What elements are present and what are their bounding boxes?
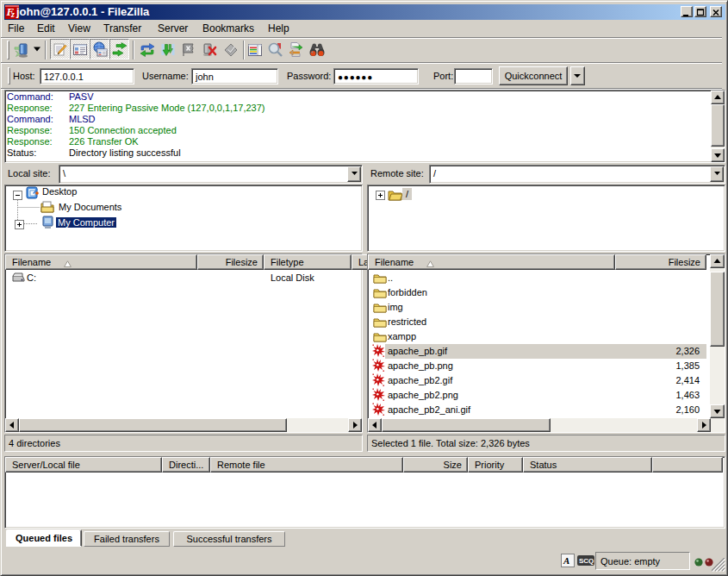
svg-text:A: A: [563, 555, 569, 566]
svg-text:SCQ: SCQ: [579, 557, 594, 565]
svg-text:z: z: [10, 9, 15, 19]
